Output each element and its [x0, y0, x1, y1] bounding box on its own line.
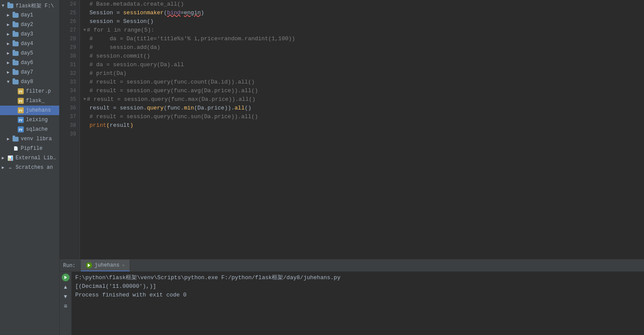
ln-33: 33: [63, 78, 76, 87]
sidebar-item-leixing[interactable]: py leixing: [0, 115, 59, 125]
code-line-25: Session = sessionmaker(bind=engin): [83, 9, 644, 17]
svg-marker-0: [88, 264, 90, 267]
wrap-button[interactable]: ≡: [62, 302, 70, 310]
sidebar-item-day6[interactable]: ▶ day6: [0, 58, 59, 68]
ln-24: 24: [63, 0, 76, 9]
expand-arrow-day5: ▶: [7, 51, 12, 56]
sidebar-label-day2: day2: [21, 22, 33, 28]
scratches-icon: ✏️: [7, 164, 14, 171]
ln-27: 27: [63, 26, 76, 35]
file-icon-flask: py: [17, 97, 24, 104]
sidebar-item-juhehans[interactable]: py juhehans: [0, 106, 59, 115]
scroll-down-button[interactable]: ▼: [62, 293, 70, 300]
collapse-arrow-day8: ▼: [7, 80, 12, 84]
sidebar-item-venv[interactable]: ▶ venv libra: [0, 134, 59, 144]
expand-arrow-day2: ▶: [7, 22, 12, 27]
play-icon: [87, 264, 91, 267]
code-line-29: # session.add(da): [83, 43, 644, 52]
ln-30: 30: [63, 52, 76, 61]
file-icon-sqlache: py: [17, 126, 24, 133]
file-icon-pipfile: 📄: [12, 145, 19, 152]
expand-arrow-external: ▶: [2, 155, 7, 161]
bottom-panel: Run: juhehans ✕ ▲ ▼ ≡: [60, 259, 644, 335]
sidebar-item-flask-file[interactable]: py flask_: [0, 96, 59, 106]
run-tab-label: juhehans: [95, 262, 120, 268]
sidebar-item-sqlache[interactable]: py sqlache: [0, 125, 59, 134]
sidebar-label-day4: day4: [21, 41, 33, 47]
svg-marker-1: [64, 276, 67, 279]
ln-32: 32: [63, 69, 76, 78]
run-tab-juhehans[interactable]: juhehans ✕: [81, 260, 131, 271]
sidebar-item-pipfile[interactable]: 📄 Pipfile: [0, 144, 59, 153]
code-container[interactable]: 24 25 26 27 28 29 30 31 32 33 34 35 36 3…: [60, 0, 644, 259]
sidebar-item-day4[interactable]: ▶ day4: [0, 39, 59, 48]
sidebar-item-day5[interactable]: ▶ day5: [0, 48, 59, 58]
run-content: ▲ ▼ ≡ F:\python\flask框架\venv\Scripts\pyt…: [60, 272, 644, 335]
code-line-31: # da = session.query(Da).all: [83, 61, 644, 69]
expand-arrow-venv: ▶: [7, 136, 12, 142]
run-tab-icon: [86, 262, 92, 268]
code-line-35: ▼ # result = session.query(func.max(Da.p…: [83, 95, 644, 104]
fold-35[interactable]: ▼: [83, 95, 86, 104]
ln-34: 34: [63, 87, 76, 95]
expand-arrow-scratches: ▶: [2, 165, 7, 170]
play-button[interactable]: [62, 274, 70, 281]
sidebar-item-external[interactable]: ▶ 📊 External Libra: [0, 153, 59, 163]
code-line-36: result = session.query(func.min(Da.price…: [83, 104, 644, 113]
sidebar-item-day7[interactable]: ▶ day7: [0, 68, 59, 77]
sidebar-item-day1[interactable]: ▶ day1: [0, 10, 59, 20]
run-tab-close[interactable]: ✕: [122, 263, 124, 268]
file-icon-juhehans: py: [17, 107, 24, 114]
ln-39: 39: [63, 130, 76, 139]
sidebar-label-scratches: Scratches an: [16, 164, 53, 171]
scroll-up-button[interactable]: ▲: [62, 283, 70, 291]
ln-36: 36: [63, 104, 76, 113]
code-text-24: # Base.metadata.create_all(): [89, 0, 184, 9]
sidebar-item-day2[interactable]: ▶ day2: [0, 20, 59, 29]
external-icon: 📊: [7, 155, 14, 161]
folder-icon-venv: [12, 135, 19, 142]
file-icon-filter: py: [17, 88, 24, 95]
output-line-result: [(Decimal('11.00000'),)]: [75, 282, 641, 291]
folder-icon-day5: [12, 50, 19, 57]
folder-icon-day4: [12, 40, 19, 47]
collapse-arrow-flask: ▼: [2, 3, 7, 8]
sidebar-label-day7: day7: [21, 69, 33, 75]
sidebar-label-leixing: leixing: [26, 117, 48, 123]
sidebar-item-day8[interactable]: ▼ day8: [0, 77, 59, 87]
ln-26: 26: [63, 17, 76, 26]
sidebar-label-pipfile: Pipfile: [21, 145, 42, 151]
folder-icon: [7, 2, 14, 9]
expand-arrow-day4: ▶: [7, 41, 12, 46]
sidebar-label-day6: day6: [21, 60, 33, 66]
folder-icon-day1: [12, 12, 19, 19]
expand-arrow-day7: ▶: [7, 70, 12, 75]
expand-arrow-day6: ▶: [7, 60, 12, 65]
sidebar-label-day8: day8: [21, 79, 33, 85]
sidebar-label-day1: day1: [21, 12, 33, 18]
sidebar-item-flask-root[interactable]: ▼ flask框架 F:\: [0, 1, 59, 10]
sidebar-label-flask-file: flask_: [26, 98, 45, 104]
run-sidebar: ▲ ▼ ≡: [60, 272, 72, 335]
code-lines[interactable]: # Base.metadata.create_all() Session = s…: [80, 0, 644, 259]
sidebar-label-flask: flask框架 F:\: [16, 2, 54, 10]
fold-27[interactable]: ▼: [83, 26, 86, 35]
output-area: F:\python\flask框架\venv\Scripts\python.ex…: [72, 272, 644, 335]
sidebar-item-day3[interactable]: ▶ day3: [0, 29, 59, 39]
code-line-34: # result = session.query(func.avg(Da.pri…: [83, 87, 644, 95]
ln-35: 35: [63, 95, 76, 104]
code-text-25a: Session: [89, 9, 116, 17]
sidebar: ▼ flask框架 F:\ ▶ day1 ▶ day2 ▶ day3 ▶ day…: [0, 0, 60, 335]
folder-icon-day6: [12, 59, 19, 66]
expand-arrow-day1: ▶: [7, 13, 12, 18]
main-area: ▼ flask框架 F:\ ▶ day1 ▶ day2 ▶ day3 ▶ day…: [0, 0, 644, 335]
sidebar-label-day3: day3: [21, 31, 33, 37]
sidebar-label-filter: filter.p: [26, 88, 51, 94]
run-tabs: Run: juhehans ✕: [60, 260, 644, 272]
folder-icon-day2: [12, 21, 19, 28]
sidebar-item-scratches[interactable]: ▶ ✏️ Scratches an: [0, 163, 59, 172]
ln-37: 37: [63, 113, 76, 121]
ln-38: 38: [63, 121, 76, 130]
sidebar-item-filter[interactable]: py filter.p: [0, 87, 59, 96]
sidebar-label-juhehans: juhehans: [26, 107, 51, 113]
